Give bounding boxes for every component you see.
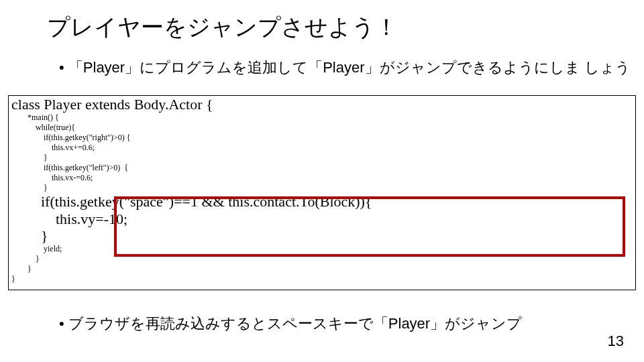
code-line: } — [9, 254, 635, 264]
code-line: } — [9, 274, 635, 284]
code-line: this.vx-=0.6; — [9, 173, 635, 183]
code-line: if(this.getkey("left")>0) { — [9, 163, 635, 173]
code-line: } — [9, 264, 635, 274]
bullet-instruction-2: • ブラウザを再読み込みするとスペースキーで「Player」がジャンプ — [59, 314, 522, 334]
code-line: } — [9, 153, 635, 163]
code-line: } — [9, 183, 635, 193]
bullet-instruction-1: • 「Player」にプログラムを追加して「Player」がジャンプできるように… — [59, 58, 631, 78]
code-highlight-line: } — [9, 227, 635, 244]
code-line: class Player extends Body.Actor { — [9, 96, 635, 113]
code-line: *main() { — [9, 113, 635, 123]
code-line: this.vx+=0.6; — [9, 143, 635, 153]
page-number: 13 — [608, 333, 624, 350]
code-highlight-line: this.vy=-10; — [9, 210, 635, 227]
code-highlight-line: if(this.getkey("space")==1 && this.conta… — [9, 193, 635, 210]
code-line: if(this.getkey("right")>0) { — [9, 133, 635, 143]
code-line: while(true){ — [9, 123, 635, 133]
code-line: yield; — [9, 244, 635, 254]
code-block: class Player extends Body.Actor { *main(… — [8, 95, 636, 290]
slide-title: プレイヤーをジャンプさせよう！ — [47, 12, 398, 43]
